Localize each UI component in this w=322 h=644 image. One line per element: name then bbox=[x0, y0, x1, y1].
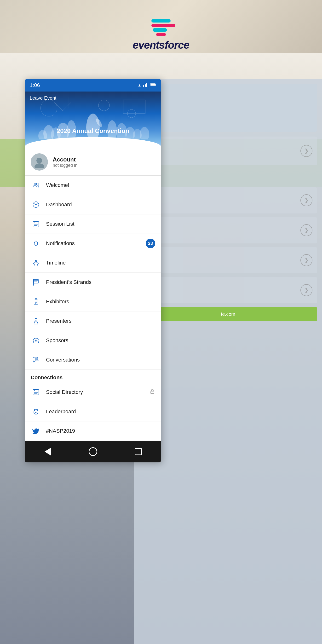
svg-point-17 bbox=[86, 114, 100, 140]
svg-point-57 bbox=[36, 338, 38, 341]
chat-icon bbox=[31, 354, 41, 365]
lock-icon bbox=[150, 388, 155, 396]
timeline-label: Timeline bbox=[46, 260, 155, 266]
svg-rect-9 bbox=[124, 100, 146, 114]
svg-point-38 bbox=[35, 260, 37, 262]
svg-rect-2 bbox=[146, 84, 147, 87]
menu-list: Welcome! Dashboard bbox=[25, 176, 161, 370]
dashboard-label: Dashboard bbox=[46, 202, 155, 208]
conversations-label: Conversations bbox=[46, 357, 155, 363]
account-section[interactable]: Account not logged in bbox=[25, 146, 161, 176]
recents-icon bbox=[135, 448, 142, 455]
svg-point-39 bbox=[34, 263, 35, 264]
svg-rect-1 bbox=[145, 84, 146, 87]
menu-item-leaderboard[interactable]: 1 Leaderboard bbox=[25, 402, 161, 422]
people-icon bbox=[31, 180, 41, 190]
session-list-label: Session List bbox=[46, 221, 155, 227]
presidents-strands-label: President's Strands bbox=[46, 279, 155, 285]
medal-icon: 1 bbox=[31, 406, 41, 417]
logo-bar-4 bbox=[156, 33, 166, 36]
account-name: Account bbox=[53, 156, 78, 163]
svg-point-24 bbox=[36, 158, 42, 164]
crowd-silhouettes bbox=[25, 113, 161, 140]
logo-bar-2 bbox=[152, 24, 176, 27]
status-icons: ▲ bbox=[138, 83, 156, 88]
menu-item-session-list[interactable]: Session List bbox=[25, 214, 161, 234]
svg-point-54 bbox=[35, 318, 37, 320]
recents-button[interactable] bbox=[131, 444, 146, 459]
sponsors-label: Sponsors bbox=[46, 337, 155, 344]
svg-rect-45 bbox=[34, 279, 38, 283]
exhibitors-label: Exhibitors bbox=[46, 298, 155, 305]
menu-item-dashboard[interactable]: Dashboard bbox=[25, 195, 161, 214]
svg-rect-4 bbox=[156, 84, 156, 85]
social-directory-label: Social Directory bbox=[46, 389, 150, 395]
bottom-nav bbox=[25, 441, 161, 462]
battery-icon bbox=[150, 83, 156, 88]
avatar bbox=[31, 153, 48, 170]
svg-point-40 bbox=[37, 263, 38, 264]
logo-area: eventsforce bbox=[133, 19, 189, 51]
svg-rect-7 bbox=[68, 97, 82, 108]
svg-point-29 bbox=[36, 204, 36, 205]
svg-text:1: 1 bbox=[36, 411, 37, 414]
leaderboard-label: Leaderboard bbox=[46, 408, 155, 415]
event-title: 2020 Annual Convention bbox=[25, 127, 161, 135]
logo-bar-1 bbox=[152, 19, 170, 22]
right-content: nge ❯ ESTIlroom B ESTIlroom B ❯ ESTIlroo… bbox=[134, 79, 322, 644]
directory-icon bbox=[31, 387, 41, 398]
svg-point-27 bbox=[36, 183, 38, 185]
menu-item-conversations[interactable]: Conversations bbox=[25, 350, 161, 370]
presenter-icon bbox=[31, 316, 41, 326]
home-icon bbox=[89, 447, 97, 456]
dashboard-icon bbox=[31, 199, 41, 210]
app-name: eventsforce bbox=[133, 39, 189, 51]
timeline-icon bbox=[31, 258, 41, 268]
logo-bar-3 bbox=[152, 28, 167, 32]
svg-point-25 bbox=[34, 164, 44, 168]
menu-item-exhibitors[interactable]: Exhibitors bbox=[25, 292, 161, 312]
menu-item-timeline[interactable]: Timeline bbox=[25, 253, 161, 273]
menu-item-social-directory[interactable]: Social Directory bbox=[25, 382, 161, 402]
menu-item-presenters[interactable]: Presenters bbox=[25, 312, 161, 331]
menu-item-sponsors[interactable]: Sponsors bbox=[25, 331, 161, 350]
svg-line-41 bbox=[34, 262, 36, 263]
svg-rect-61 bbox=[33, 390, 39, 395]
svg-point-8 bbox=[98, 100, 110, 111]
back-button[interactable] bbox=[40, 444, 55, 459]
svg-line-42 bbox=[36, 262, 38, 263]
presenters-label: Presenters bbox=[46, 318, 155, 324]
svg-rect-0 bbox=[143, 85, 144, 87]
logo-icon bbox=[133, 19, 189, 36]
notifications-label: Notifications bbox=[46, 240, 146, 246]
menu-item-presidents-strands[interactable]: President's Strands bbox=[25, 273, 161, 292]
event-banner: Leave Event 2020 Annual Convention bbox=[25, 92, 161, 146]
menu-item-notifications[interactable]: Notifications 23 bbox=[25, 234, 161, 253]
bell-icon bbox=[31, 238, 41, 249]
wifi-icon: ▲ bbox=[138, 83, 141, 88]
account-status: not logged in bbox=[53, 163, 78, 168]
status-bar: 1:06 ▲ bbox=[25, 79, 161, 92]
connections-header: Connections bbox=[25, 370, 161, 382]
sponsors-icon bbox=[31, 335, 41, 346]
calendar-icon bbox=[31, 219, 41, 229]
back-icon bbox=[44, 448, 51, 456]
svg-point-56 bbox=[34, 338, 36, 341]
svg-rect-55 bbox=[34, 322, 38, 324]
welcome-label: Welcome! bbox=[46, 182, 155, 188]
home-button[interactable] bbox=[86, 444, 100, 459]
leave-event-button[interactable]: Leave Event bbox=[30, 95, 56, 101]
flag-icon bbox=[31, 277, 41, 288]
signal-icon bbox=[143, 83, 148, 88]
twitter-icon bbox=[31, 426, 41, 436]
notifications-badge: 23 bbox=[146, 238, 155, 248]
svg-rect-66 bbox=[151, 391, 154, 394]
menu-item-nasp2019[interactable]: #NASP2019 bbox=[25, 422, 161, 441]
status-time: 1:06 bbox=[30, 82, 40, 88]
account-info: Account not logged in bbox=[53, 156, 78, 168]
phone-mockup: 1:06 ▲ bbox=[25, 79, 161, 462]
svg-rect-5 bbox=[151, 84, 155, 86]
menu-item-welcome[interactable]: Welcome! bbox=[25, 176, 161, 195]
connections-list: Social Directory 1 Leaderboard bbox=[25, 382, 161, 441]
badge-icon bbox=[31, 296, 41, 307]
